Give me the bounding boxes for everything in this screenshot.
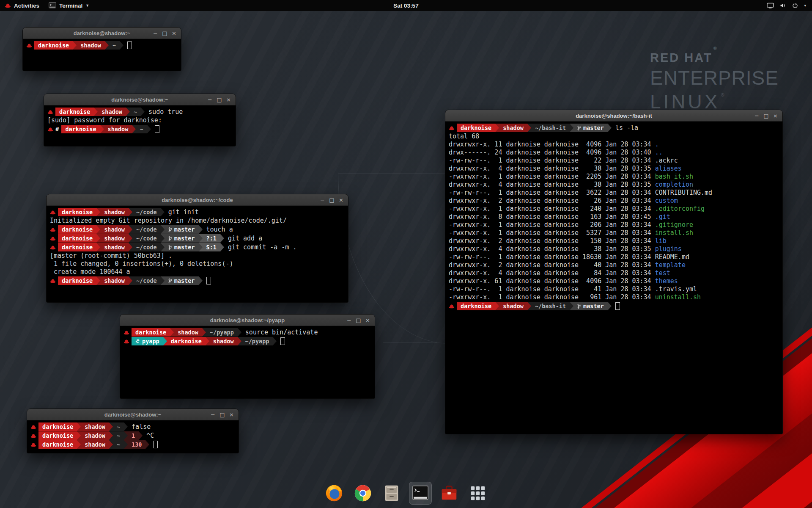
prompt-segment-exit: 1 [128, 431, 139, 440]
prompt-segment-path: ~/code [132, 243, 161, 251]
git-branch-icon [168, 278, 172, 284]
chrome-icon [353, 483, 373, 503]
powerline-separator [608, 124, 612, 132]
maximize-button[interactable]: □ [215, 94, 223, 105]
window-controls: −□× [753, 110, 782, 121]
titlebar[interactable]: darknoise@shadow:~−□× [23, 28, 181, 39]
maximize-button[interactable]: □ [354, 315, 362, 326]
command-text: git add a [228, 235, 262, 242]
prompt-segment-path: ~ [130, 108, 141, 116]
maximize-button[interactable]: □ [218, 409, 226, 420]
titlebar[interactable]: darknoise@shadow:~/code−□× [47, 194, 348, 206]
dock-app-grid[interactable] [467, 482, 489, 504]
redhat-icon [30, 425, 36, 429]
terminal-content[interactable]: darknoiseshadow~falsedarknoiseshadow~1^C… [27, 420, 239, 456]
prompt-segment-user: darknoise [457, 302, 495, 310]
ls-meta: -rw-rw-r--. 1 darknoise darknoise 41 Jan… [449, 285, 655, 293]
prompt-segment-user: darknoise [34, 41, 73, 50]
titlebar[interactable]: darknoise@shadow:~/bash-it−□× [445, 110, 782, 121]
terminal-content[interactable]: darknoiseshadow~/pyappsource bin/activat… [120, 326, 375, 402]
chevron-down-icon: ▾ [804, 3, 806, 8]
powerline-separator [109, 440, 113, 449]
ls-meta: drwxrwxr-x. 4 darknoise darknoise 38 Jan… [449, 165, 655, 172]
git-branch-icon [168, 245, 172, 250]
ls-meta: drwxrwxr-x. 8 darknoise darknoise 163 Ja… [449, 213, 655, 221]
ls-row: drwxrwxr-x. 2 darknoise darknoise 150 Ja… [448, 237, 780, 245]
ls-row: drwxrwxr-x. 61 darknoise darknoise 4096 … [448, 277, 780, 285]
ls-meta: drwxrwxr-x. 4 darknoise darknoise 38 Jan… [449, 181, 655, 188]
titlebar[interactable]: darknoise@shadow:~/pyapp−□× [120, 315, 375, 326]
ls-filename: aliases [655, 165, 682, 172]
powerline-separator [96, 208, 100, 216]
minimize-button[interactable]: − [209, 409, 217, 420]
powerline-separator [124, 431, 128, 440]
powerline-separator [124, 422, 128, 431]
close-button[interactable]: × [170, 28, 178, 39]
powerline-separator [202, 328, 206, 337]
app-menu-terminal[interactable]: Terminal ▼ [44, 0, 94, 11]
dock-toolbox[interactable] [438, 482, 460, 504]
terminal-prompt-line: darknoiseshadow~false [30, 422, 236, 431]
root-indicator: # [55, 126, 59, 133]
close-button[interactable]: × [364, 315, 372, 326]
ls-meta: drwxrwxr-x. 2 darknoise darknoise 26 Jan… [449, 197, 655, 204]
prompt-segment-git: master [573, 124, 608, 132]
terminal-content[interactable]: darknoiseshadow~ [23, 39, 181, 74]
terminal-content[interactable]: darknoiseshadow~sudo true[sudo] password… [44, 105, 236, 149]
ls-meta: drwxrwxr-x. 2 darknoise darknoise 40 Jan… [449, 261, 655, 269]
window-title: darknoise@shadow:~/bash-it [445, 113, 782, 119]
activities-button[interactable]: Activities [0, 0, 44, 11]
minimize-button[interactable]: − [206, 94, 214, 105]
prompt-segment-host: shadow [81, 422, 109, 431]
powerline-separator [77, 440, 81, 449]
terminal-cursor [153, 441, 158, 448]
terminal-prompt-line: darknoiseshadow~/codemaster?:1git add a [49, 234, 346, 243]
firefox-icon [324, 483, 344, 503]
close-button[interactable]: × [225, 94, 233, 105]
close-button[interactable]: × [228, 409, 236, 420]
system-menu[interactable]: ▾ [767, 0, 812, 11]
prompt-segment-path: ~/code [132, 225, 161, 234]
powerline-separator [206, 337, 209, 345]
terminal-app-icon [49, 2, 56, 9]
prompt-segment-host: shadow [100, 208, 129, 216]
ls-row: -rwxrwxr-x. 1 darknoise darknoise 240 Ja… [448, 205, 780, 213]
ls-filename: custom [655, 197, 678, 204]
close-button[interactable]: × [337, 195, 345, 205]
clock[interactable]: Sat 03:57 [393, 3, 418, 9]
chevron-down-icon: ▼ [85, 3, 89, 8]
prompt-segment-venv: pyapp [132, 337, 163, 345]
ls-row: -rwxrwxr-x. 1 darknoise darknoise 2205 J… [448, 173, 780, 181]
ls-filename: README.md [655, 253, 689, 261]
powerline-separator [199, 276, 203, 285]
powerline-separator [527, 302, 531, 310]
terminal-window-code: darknoise@shadow:~/code−□×darknoiseshado… [47, 194, 348, 302]
prompt-segment-host: shadow [100, 225, 129, 234]
dock-files[interactable] [381, 482, 403, 504]
dock-terminal[interactable] [409, 482, 431, 504]
close-button[interactable]: × [771, 110, 779, 121]
top-bar: Activities Terminal ▼ Sat 03:57 ▾ [0, 0, 812, 11]
minimize-button[interactable]: − [318, 195, 326, 205]
desktop: RED HAT® ENTERPRISE LINUX® darknoise@sha… [0, 0, 812, 508]
dock-chrome[interactable] [352, 482, 374, 504]
window-title: darknoise@shadow:~/code [47, 197, 348, 203]
titlebar[interactable]: darknoise@shadow:~−□× [44, 94, 236, 105]
dock-firefox[interactable] [323, 482, 345, 504]
redhat-icon [50, 227, 56, 232]
ls-row: -rwxrwxr-x. 1 darknoise darknoise 961 Ja… [448, 293, 780, 301]
titlebar[interactable]: darknoise@shadow:~−□× [27, 409, 239, 420]
ls-meta: drwxrwxr-x. 61 darknoise darknoise 4096 … [449, 277, 655, 285]
maximize-button[interactable]: □ [328, 195, 336, 205]
terminal-content[interactable]: darknoiseshadow~/codegit initInitialized… [47, 206, 348, 306]
maximize-button[interactable]: □ [161, 28, 169, 39]
minimize-button[interactable]: − [151, 28, 159, 39]
prompt-segment-path: ~ [113, 422, 124, 431]
minimize-button[interactable]: − [345, 315, 353, 326]
minimize-button[interactable]: − [753, 110, 761, 121]
prompt-segment-gitstatus: S:1 [203, 243, 220, 251]
maximize-button[interactable]: □ [762, 110, 770, 121]
prompt-segment-host: shadow [499, 124, 527, 132]
ls-meta: drwxrwxr-x. 2 darknoise darknoise 150 Ja… [449, 237, 655, 245]
terminal-content[interactable]: darknoiseshadow~/bash-itmasterls -latota… [445, 121, 782, 437]
